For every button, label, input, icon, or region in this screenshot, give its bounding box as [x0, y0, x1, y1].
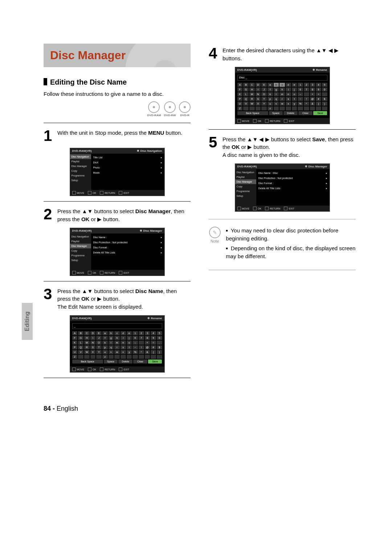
osd-key: q	[109, 345, 114, 349]
osd-key: N	[256, 92, 261, 96]
note-item: You may need to clear disc protection be…	[226, 227, 356, 243]
osd-key: 8	[145, 336, 150, 340]
osd-key: h	[114, 336, 120, 340]
osd-key	[322, 106, 327, 110]
osd-side-item: Playlist	[70, 159, 91, 164]
osd-key: #	[316, 97, 321, 101]
osd-key: e	[127, 331, 132, 335]
osd-side-item: Playlist	[70, 239, 91, 244]
osd-key	[127, 355, 132, 359]
osd-key: T	[261, 97, 267, 101]
osd-key: #	[151, 345, 156, 349]
separator	[44, 123, 191, 123]
osd-key: B	[78, 331, 83, 335]
note-item: Depending on the kind of disc, the displ…	[226, 244, 356, 260]
osd-key: 8	[310, 88, 315, 92]
osd-key: I	[90, 336, 96, 340]
osd-key-space: Space	[104, 360, 118, 364]
osd-key: U	[237, 102, 243, 106]
osd-key: s	[121, 345, 126, 349]
osd-key: 0	[322, 88, 327, 92]
osd-key: (	[316, 102, 321, 106]
osd-key: d	[286, 83, 291, 87]
osd-key-clear: Clear	[298, 111, 313, 115]
osd-key: –	[298, 92, 303, 96]
osd-key-clear: Clear	[133, 360, 147, 364]
osd-side-item: Disc Navigation	[70, 234, 91, 239]
osd-key: S	[90, 345, 96, 349]
osd-key: +	[310, 92, 315, 96]
separator	[209, 129, 356, 130]
osd-key: 4	[151, 331, 156, 335]
osd-key	[298, 106, 303, 110]
osd-side-item: Disc Manager	[235, 179, 256, 184]
osd-key: %	[132, 350, 138, 354]
osd-key: b	[109, 331, 114, 335]
osd-key: Y	[96, 350, 102, 354]
separator	[44, 201, 191, 202]
step-number: 2	[44, 207, 54, 223]
step-text: Enter the desired characters using the ▲…	[222, 46, 356, 62]
step-number: 5	[209, 135, 220, 159]
step-text: With the unit in Stop mode, press the ME…	[57, 128, 182, 143]
osd-key: o	[292, 92, 297, 96]
osd-key: u	[268, 102, 273, 106]
osd-key: L	[243, 92, 249, 96]
osd-foot-return: RETURN	[100, 191, 115, 195]
step-text: Press the ▲▼ ◀ ▶ buttons to select Save,…	[222, 135, 356, 159]
osd-key: V	[243, 102, 249, 106]
osd-key: &	[145, 350, 150, 354]
osd-key: E	[261, 83, 267, 87]
osd-key: 6	[298, 88, 303, 92]
badge-dvd-rw: DVD-RW	[164, 101, 176, 117]
osd-key: j	[127, 336, 132, 340]
disc-type-badges: DVD-RAM DVD-RW DVD-R	[44, 101, 191, 118]
osd-key: s	[286, 97, 291, 101]
osd-key: R	[84, 345, 90, 349]
osd-key	[304, 106, 309, 110]
badge-dvd-r: DVD-R	[179, 101, 191, 117]
osd-key: 7	[139, 336, 144, 340]
note-block: ✎ Note You may need to clear disc protec…	[209, 227, 356, 263]
osd-key: l	[109, 341, 114, 345]
osd-key: P	[237, 97, 243, 101]
osd-key: 1	[132, 331, 138, 335]
osd-key: W	[249, 102, 255, 106]
step-number: 1	[44, 128, 54, 143]
osd-key: V	[78, 350, 83, 354]
osd-key: &	[310, 102, 315, 106]
osd-key: 1	[298, 83, 303, 87]
osd-key: Y	[261, 102, 267, 106]
osd-key: g	[109, 336, 114, 340]
osd-key-backspace: Back Space	[237, 111, 268, 115]
osd-key: C	[84, 331, 90, 335]
osd-key: Z	[72, 355, 78, 359]
osd-key: =	[151, 341, 156, 345]
osd-side-item: Playlist	[235, 175, 256, 179]
osd-key: G	[78, 336, 83, 340]
intro-text: Follow these instructions to give a name…	[44, 90, 191, 98]
separator	[44, 281, 191, 281]
osd-key: t	[292, 97, 297, 101]
osd-side-item: Programme	[70, 173, 91, 178]
osd-key: l	[274, 92, 279, 96]
osd-key	[243, 106, 249, 110]
osd-key: ~	[132, 345, 138, 349]
osd-key: R	[249, 97, 255, 101]
osd-side-item: Disc Navigation	[70, 154, 91, 159]
osd-key: h	[279, 88, 285, 92]
osd-disc-manager: DVD-RAM(VR) ❄ Disc Manager Disc Navigati…	[70, 228, 165, 276]
osd-key: n	[121, 341, 126, 345]
osd-key: K	[72, 341, 78, 345]
separator	[209, 219, 356, 219]
osd-key: 3	[310, 83, 315, 87]
osd-side-item: Setup	[235, 194, 256, 198]
osd-key	[90, 355, 96, 359]
osd-key: U	[72, 350, 78, 354]
osd-key: m	[279, 92, 285, 96]
osd-key	[249, 106, 255, 110]
osd-key: O	[261, 92, 267, 96]
osd-disc-manager-named: DVD-RAM(VR) ❄ Disc Manager Disc Navigati…	[235, 163, 330, 212]
osd-key: a	[268, 83, 273, 87]
osd-key	[121, 355, 126, 359]
